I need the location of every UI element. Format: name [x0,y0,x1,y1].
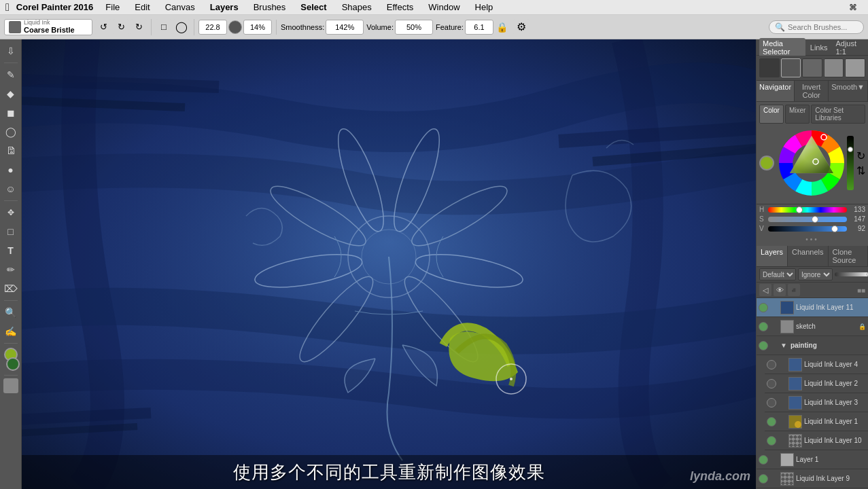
menu-effects[interactable]: Effects [384,1,417,13]
rubber-stamp[interactable]: ● [2,161,20,179]
layer-row[interactable]: Liquid Ink Layer 3 [765,393,868,412]
layer-row[interactable]: Liquid Ink Layer 1 [765,412,868,431]
clone-tool[interactable]: 🖺 [2,142,20,160]
circle-btn[interactable]: ◯ [173,19,190,35]
paint-tool[interactable]: ✎ [2,66,20,84]
reset-color-btn[interactable]: ↻ [856,149,865,162]
tab-clone-source[interactable]: Clone Source [829,246,868,266]
tab-navigator[interactable]: Navigator [757,81,795,101]
brush-thumb-5[interactable] [845,58,865,77]
layer-mask-btn[interactable]: ◾ [788,284,800,296]
menu-help[interactable]: Help [472,1,496,13]
menu-file[interactable]: File [103,1,122,13]
tab-mixer[interactable]: Mixer [785,105,810,124]
menu-select[interactable]: Select [298,1,329,13]
opacity-field[interactable]: 14% [243,20,272,35]
brush-thumb-2[interactable] [781,58,801,77]
layer-visibility[interactable] [759,474,768,484]
new-layer-btn[interactable]: ◁ [759,284,771,296]
tab-invert-color[interactable]: Invert Color [795,81,829,101]
menu-canvas[interactable]: Canvas [162,1,198,13]
layer-visibility[interactable] [767,360,776,369]
settings-btn[interactable]: ⚙ [513,19,530,35]
eraser-tool[interactable]: ◆ [2,85,20,103]
brush-thumb-4[interactable] [824,58,844,77]
media-tab-links[interactable]: Links [807,42,831,53]
tab-layers[interactable]: Layers [757,246,788,266]
canvas-area[interactable]: 使用多个不同的工具重新制作图像效果 lynda.com [22,39,756,489]
h-slider[interactable] [768,207,847,213]
smudge-tool[interactable]: ☺ [2,180,20,198]
search-input[interactable] [788,23,856,31]
tab-color[interactable]: Color [759,105,784,124]
layer-preserve [778,437,786,445]
brush-thumb-1[interactable] [759,58,780,77]
secondary-color-swatch[interactable] [6,357,20,371]
text-tool[interactable]: T [2,242,20,259]
tab-channels[interactable]: Channels [788,246,828,266]
group-expand-icon[interactable]: ▼ [780,342,787,349]
layer-visibility[interactable] [767,398,776,408]
layer-row[interactable]: Layer 1 [757,450,868,469]
back-btn[interactable]: ↺ [95,19,111,35]
tab-color-set[interactable]: Color Set Libraries [811,105,865,124]
layer-row[interactable]: sketch 🔒 [757,317,868,336]
selection-tool[interactable]: ⇩ [2,42,20,60]
path-tool[interactable]: ⌦ [2,280,20,297]
paper-texture-btn[interactable] [3,378,18,393]
shape-tool[interactable]: ◯ [2,123,20,141]
apple-menu[interactable]:  [5,1,10,14]
brush-thumb-3[interactable] [802,58,822,77]
value-strip[interactable] [847,136,854,190]
layer-row[interactable]: Liquid Ink Layer 10 [765,431,868,450]
size-field[interactable]: 22.8 [198,20,227,35]
menu-layers[interactable]: Layers [207,1,241,13]
search-bar[interactable]: 🔍 [769,20,864,34]
swap-color-btn[interactable]: ⇅ [856,164,865,177]
forward-btn[interactable]: ↻ [113,19,129,35]
transform-tool[interactable]: ✥ [2,204,20,221]
media-tab-selector[interactable]: Media Selector [759,38,805,57]
menu-window[interactable]: Window [426,1,462,13]
rect-btn[interactable]: □ [156,19,172,35]
pen-tool[interactable]: ✏ [2,261,20,278]
layer-visibility[interactable] [767,436,776,446]
layer-thumbnail [780,320,794,333]
layer-row[interactable]: Liquid Ink Layer 2 [765,374,868,393]
layer-row[interactable]: ▼ painting [757,336,868,355]
hand-tool[interactable]: ✍ [2,323,20,340]
color-wheel[interactable] [778,129,846,197]
layer-row[interactable]: Liquid Ink Layer 9 [757,469,868,488]
layer-group-btn[interactable]: 👁 [774,284,786,296]
lock-icon[interactable]: 🔒 [496,22,508,33]
menu-brushes[interactable]: Brushes [251,1,289,13]
smoothness-field[interactable]: 142% [326,20,364,35]
layer-visibility[interactable] [759,322,768,331]
rotate-btn[interactable]: ↻ [131,19,147,35]
layer-visibility[interactable] [759,341,768,350]
layer-visibility[interactable] [767,379,776,388]
v-slider[interactable] [768,226,847,232]
tab-smooth[interactable]: Smooth▼ [829,81,868,101]
layer-visibility[interactable] [759,303,768,312]
blend-mode-select[interactable]: Default [759,268,796,280]
menu-shapes[interactable]: Shapes [339,1,375,13]
feature-field[interactable]: 6.1 [465,20,493,35]
current-color-swatch[interactable] [759,156,774,170]
color-wheel-container[interactable] [777,126,854,200]
shape-tools: □ ◯ [156,19,194,35]
composite-select[interactable]: Ignore [798,268,833,280]
opacity-track[interactable] [835,272,868,276]
layer-visibility[interactable] [767,417,776,427]
media-tab-adjust[interactable]: Adjust 1:1 [832,38,865,57]
s-slider[interactable] [768,217,847,222]
crop-tool[interactable]: □ [2,223,20,240]
fill-tool[interactable]: ◼ [2,104,20,122]
menu-edit[interactable]: Edit [132,1,152,13]
layer-visibility[interactable] [759,455,768,465]
layer-row[interactable]: Liquid Ink Layer 4 [765,355,868,374]
layer-row[interactable]: Liquid Ink Layer 11 [757,298,868,317]
zoom-tool[interactable]: 🔍 [2,304,20,321]
brush-selector[interactable]: Liquid Ink Coarse Bristle [4,19,92,35]
volume-field[interactable]: 50% [395,20,433,35]
